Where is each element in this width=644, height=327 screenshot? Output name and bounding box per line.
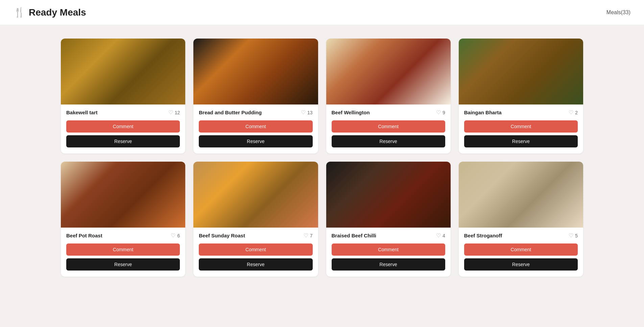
meals-count-badge: Meals(33) [606,9,630,16]
meal-card-body-baingan-bharta: Baingan Bharta ♡ 2 Comment Reserve [459,104,583,154]
likes-count-beef-wellington: 9 [443,110,445,115]
meal-card-title-row-beef-stroganoff: Beef Stroganoff ♡ 5 [464,232,578,239]
meal-image-beef-pot-roast [61,162,185,228]
meal-image-beef-stroganoff [459,162,583,228]
meal-card-actions-beef-pot-roast: Comment Reserve [66,243,180,271]
reserve-button-beef-stroganoff[interactable]: Reserve [464,258,578,271]
app-header: 🍴 Ready Meals Meals(33) [0,0,644,25]
meal-card-title-beef-sunday-roast: Beef Sunday Roast [199,233,245,238]
likes-count-beef-pot-roast: 6 [177,233,180,238]
meal-card-title-bakewell-tart: Bakewell tart [66,110,98,115]
meal-card-title-beef-stroganoff: Beef Stroganoff [464,233,502,238]
meal-card-body-beef-chilli: Braised Beef Chilli ♡ 4 Comment Reserve [326,228,451,277]
meal-card-beef-sunday-roast: Beef Sunday Roast ♡ 7 Comment Reserve [193,162,318,277]
likes-count-baingan-bharta: 2 [575,110,578,115]
heart-icon-beef-chilli: ♡ [436,232,441,239]
meal-card-actions-bread-butter-pudding: Comment Reserve [199,120,312,147]
meal-card-likes-beef-chilli: ♡ 4 [436,232,445,239]
meal-card-title-row-beef-pot-roast: Beef Pot Roast ♡ 6 [66,232,180,239]
meal-card-title-row-bread-butter-pudding: Bread and Butter Pudding ♡ 13 [199,109,312,116]
heart-icon-bread-butter-pudding: ♡ [301,109,306,116]
meal-card-beef-stroganoff: Beef Stroganoff ♡ 5 Comment Reserve [459,162,583,277]
meal-card-likes-bakewell-tart: ♡ 12 [168,109,180,116]
meal-card-bread-butter-pudding: Bread and Butter Pudding ♡ 13 Comment Re… [193,39,318,154]
meal-card-title-beef-pot-roast: Beef Pot Roast [66,233,102,238]
likes-count-beef-stroganoff: 5 [575,233,578,238]
meal-card-actions-beef-sunday-roast: Comment Reserve [199,243,312,271]
meal-card-beef-pot-roast: Beef Pot Roast ♡ 6 Comment Reserve [61,162,185,277]
likes-count-beef-sunday-roast: 7 [310,233,313,238]
meal-card-likes-bread-butter-pudding: ♡ 13 [301,109,313,116]
meal-card-title-beef-wellington: Beef Wellington [332,110,370,115]
likes-count-bakewell-tart: 12 [175,110,180,115]
meals-grid: Bakewell tart ♡ 12 Comment Reserve Bread… [61,39,583,277]
meal-card-body-beef-pot-roast: Beef Pot Roast ♡ 6 Comment Reserve [61,228,185,277]
comment-button-beef-sunday-roast[interactable]: Comment [199,243,312,256]
comment-button-beef-stroganoff[interactable]: Comment [464,243,578,256]
heart-icon-baingan-bharta: ♡ [569,109,573,116]
heart-icon-beef-wellington: ♡ [436,109,441,116]
meal-card-bakewell-tart: Bakewell tart ♡ 12 Comment Reserve [61,39,185,154]
heart-icon-bakewell-tart: ♡ [168,109,173,116]
heart-icon-beef-sunday-roast: ♡ [304,232,308,239]
meal-image-bread-butter-pudding [193,39,318,104]
meal-card-likes-beef-stroganoff: ♡ 5 [569,232,578,239]
reserve-button-beef-chilli[interactable]: Reserve [332,258,445,271]
heart-icon-beef-pot-roast: ♡ [171,232,175,239]
heart-icon-beef-stroganoff: ♡ [569,232,573,239]
likes-count-beef-chilli: 4 [443,233,445,238]
meal-card-title-row-bakewell-tart: Bakewell tart ♡ 12 [66,109,180,116]
reserve-button-bakewell-tart[interactable]: Reserve [66,135,180,147]
comment-button-beef-wellington[interactable]: Comment [332,120,445,133]
meal-card-actions-bakewell-tart: Comment Reserve [66,120,180,147]
meal-card-likes-beef-pot-roast: ♡ 6 [171,232,180,239]
meal-card-title-baingan-bharta: Baingan Bharta [464,110,502,115]
comment-button-bakewell-tart[interactable]: Comment [66,120,180,133]
fork-knife-icon: 🍴 [14,7,25,18]
meal-card-title-row-beef-sunday-roast: Beef Sunday Roast ♡ 7 [199,232,312,239]
meal-card-actions-beef-chilli: Comment Reserve [332,243,445,271]
meal-card-body-beef-sunday-roast: Beef Sunday Roast ♡ 7 Comment Reserve [193,228,318,277]
meal-card-title-bread-butter-pudding: Bread and Butter Pudding [199,110,262,115]
meal-card-likes-beef-sunday-roast: ♡ 7 [304,232,313,239]
comment-button-beef-pot-roast[interactable]: Comment [66,243,180,256]
comment-button-baingan-bharta[interactable]: Comment [464,120,578,133]
meal-card-likes-beef-wellington: ♡ 9 [436,109,445,116]
meal-card-body-beef-stroganoff: Beef Stroganoff ♡ 5 Comment Reserve [459,228,583,277]
likes-count-bread-butter-pudding: 13 [307,110,313,115]
reserve-button-beef-sunday-roast[interactable]: Reserve [199,258,312,271]
meal-card-title-beef-chilli: Braised Beef Chilli [332,233,377,238]
meal-card-title-row-beef-wellington: Beef Wellington ♡ 9 [332,109,445,116]
meal-image-beef-wellington [326,39,451,104]
reserve-button-baingan-bharta[interactable]: Reserve [464,135,578,147]
meal-card-beef-chilli: Braised Beef Chilli ♡ 4 Comment Reserve [326,162,451,277]
meal-card-actions-baingan-bharta: Comment Reserve [464,120,578,147]
meal-card-title-row-baingan-bharta: Baingan Bharta ♡ 2 [464,109,578,116]
meal-card-baingan-bharta: Baingan Bharta ♡ 2 Comment Reserve [459,39,583,154]
meal-image-beef-sunday-roast [193,162,318,228]
meal-image-beef-chilli [326,162,451,228]
reserve-button-beef-pot-roast[interactable]: Reserve [66,258,180,271]
reserve-button-bread-butter-pudding[interactable]: Reserve [199,135,312,147]
meal-card-beef-wellington: Beef Wellington ♡ 9 Comment Reserve [326,39,451,154]
meal-card-actions-beef-stroganoff: Comment Reserve [464,243,578,271]
meal-card-body-bakewell-tart: Bakewell tart ♡ 12 Comment Reserve [61,104,185,154]
comment-button-bread-butter-pudding[interactable]: Comment [199,120,312,133]
meal-card-title-row-beef-chilli: Braised Beef Chilli ♡ 4 [332,232,445,239]
reserve-button-beef-wellington[interactable]: Reserve [332,135,445,147]
meal-image-bakewell-tart [61,39,185,104]
header-brand: 🍴 Ready Meals [14,7,86,18]
meal-card-body-bread-butter-pudding: Bread and Butter Pudding ♡ 13 Comment Re… [193,104,318,154]
meal-card-actions-beef-wellington: Comment Reserve [332,120,445,147]
app-title: Ready Meals [29,7,86,18]
meal-card-likes-baingan-bharta: ♡ 2 [569,109,578,116]
meal-card-body-beef-wellington: Beef Wellington ♡ 9 Comment Reserve [326,104,451,154]
comment-button-beef-chilli[interactable]: Comment [332,243,445,256]
meal-image-baingan-bharta [459,39,583,104]
main-content: Bakewell tart ♡ 12 Comment Reserve Bread… [0,25,644,290]
